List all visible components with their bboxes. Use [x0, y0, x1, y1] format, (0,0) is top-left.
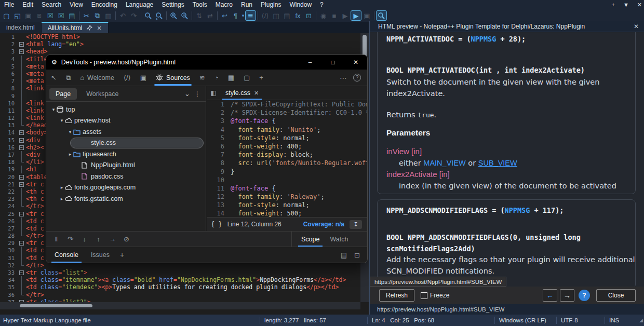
- sync-vertical-scroll-button[interactable]: ⇅: [194, 10, 205, 21]
- expander-icon[interactable]: ▾: [59, 118, 65, 123]
- css-line-10[interactable]: 10: [207, 176, 367, 184]
- tab-style-css[interactable]: style.css ✕: [220, 86, 264, 100]
- deactivate-breakpoints-icon[interactable]: ⊘: [119, 235, 133, 243]
- css-code-area[interactable]: 1/* SPDX-FileCopyrightText: Public Domai…: [207, 100, 367, 217]
- tab-console-panel[interactable]: ▣: [136, 70, 151, 86]
- expander-icon[interactable]: ▾: [67, 129, 73, 134]
- zoom-in-button[interactable]: [168, 10, 179, 21]
- fold-toggle[interactable]: −: [18, 239, 26, 247]
- more-tabs-button[interactable]: +: [254, 70, 268, 86]
- drawer-tab-issues[interactable]: Issues: [85, 247, 116, 263]
- tree-item-fonts-googleapis-com[interactable]: ▸fonts.googleapis.com: [46, 182, 206, 194]
- css-line-6[interactable]: 6 font-weight: 400;: [207, 142, 367, 151]
- tree-item-assets[interactable]: ▾assets: [46, 126, 206, 138]
- inspect-icon[interactable]: ↖: [46, 70, 61, 86]
- forward-button[interactable]: →: [560, 289, 574, 302]
- paste-button[interactable]: ▥: [103, 10, 114, 21]
- editor-line-1[interactable]: 1<!DOCTYPE html>: [0, 33, 369, 40]
- navigator-tab-workspace[interactable]: Workspace: [80, 88, 125, 100]
- fold-toggle[interactable]: −: [18, 210, 26, 218]
- download-icon[interactable]: ↧: [350, 220, 362, 229]
- back-button[interactable]: ←: [543, 289, 557, 302]
- drawer-tab-console[interactable]: Console: [48, 247, 85, 263]
- fold-toggle[interactable]: −: [18, 181, 26, 188]
- preview-panel-header[interactable]: HTML preview - Notepad++ Plugin Template…: [370, 21, 644, 32]
- css-line-12[interactable]: 12 font-family: 'Raleway';: [207, 193, 367, 201]
- step-icon[interactable]: →: [105, 235, 119, 243]
- css-line-2[interactable]: 2/* SPDX-License-Identifier: CC0-1.0 */: [207, 108, 367, 117]
- expander-icon[interactable]: ▸: [67, 152, 73, 157]
- window-list-button[interactable]: ▼: [623, 2, 629, 8]
- close-icon[interactable]: ✕: [634, 23, 639, 30]
- fold-toggle[interactable]: −: [18, 269, 26, 276]
- fold-toggle[interactable]: −: [18, 298, 26, 302]
- menu-item-encoding[interactable]: Encoding: [87, 1, 122, 8]
- zoom-out-button[interactable]: [179, 10, 190, 21]
- doc-link[interactable]: MAIN_VIEW: [423, 159, 465, 167]
- tree-item-nppplugin-html[interactable]: NppPlugin.html: [46, 160, 206, 171]
- document-list-button[interactable]: ▤: [281, 10, 292, 21]
- editor-line-35[interactable]: 35<td class="itemdesc"><p>Types and util…: [0, 283, 369, 291]
- fold-toggle[interactable]: −: [18, 173, 26, 181]
- cut-button[interactable]: ✂: [81, 10, 92, 21]
- new-file-button[interactable]: ▢: [1, 10, 12, 21]
- menu-item-macro[interactable]: Macro: [211, 1, 237, 8]
- tree-item-preview-host[interactable]: ▾preview.host: [46, 115, 206, 127]
- panel-tab-scope[interactable]: Scope: [296, 232, 325, 247]
- indent-guide-button[interactable]: ≣: [245, 10, 256, 21]
- insert-mode-status[interactable]: INS: [605, 317, 625, 323]
- devtools-maximize-button[interactable]: □: [321, 59, 344, 66]
- word-wrap-button[interactable]: ↩: [219, 10, 230, 21]
- playback-macro-button[interactable]: ▶: [340, 10, 351, 21]
- undo-button[interactable]: ↶: [117, 10, 128, 21]
- fold-toggle[interactable]: −: [18, 48, 26, 55]
- help-button[interactable]: ?: [579, 290, 590, 301]
- run-macro-multiple-button[interactable]: ▶: [351, 10, 361, 21]
- html-preview-webview[interactable]: NPPM_ACTIVATEDOC = (NPPMSG + 28);BOOL NP…: [370, 32, 644, 287]
- copy-button[interactable]: ⧉: [92, 10, 103, 21]
- function-list-button[interactable]: fx: [292, 10, 303, 21]
- scrollbar-thumb[interactable]: [20, 304, 92, 307]
- more-options-icon[interactable]: ⋯: [337, 74, 350, 82]
- view-symbol-button[interactable]: ⟨/⟩: [260, 10, 271, 21]
- kebab-menu-icon[interactable]: ⋮: [190, 90, 206, 98]
- close-document-button[interactable]: ☒: [45, 10, 56, 21]
- add-drawer-tab-button[interactable]: +: [116, 251, 128, 259]
- redo-button[interactable]: ↷: [128, 10, 139, 21]
- editor-horizontal-scrollbar[interactable]: [0, 302, 360, 309]
- record-macro-button[interactable]: ◉: [318, 10, 329, 21]
- tab-sources[interactable]: Sources: [151, 70, 195, 86]
- freeze-checkbox-wrap[interactable]: Freeze: [421, 292, 449, 299]
- step-into-icon[interactable]: ↓: [77, 235, 91, 243]
- replace-button[interactable]: [154, 10, 165, 21]
- help-icon[interactable]: ?: [353, 74, 361, 82]
- tree-item-tipuesearch[interactable]: ▸tipuesearch: [46, 148, 206, 160]
- fold-toggle[interactable]: −: [18, 137, 26, 144]
- stop-recording-button[interactable]: ■: [329, 10, 340, 21]
- menu-item-file[interactable]: File: [0, 1, 18, 8]
- devtools-minimize-button[interactable]: –: [299, 59, 321, 66]
- resize-grip[interactable]: ◢: [639, 318, 643, 323]
- menu-item-search[interactable]: Search: [37, 1, 65, 8]
- tab-index-html[interactable]: index.html: [0, 22, 42, 33]
- css-line-3[interactable]: 3@font-face {: [207, 117, 367, 125]
- menu-item-language[interactable]: Language: [122, 1, 157, 8]
- eol-format-status[interactable]: Windows (CR LF): [495, 317, 556, 323]
- document-map-button[interactable]: ◫: [271, 10, 281, 21]
- expander-icon[interactable]: ▾: [50, 107, 57, 112]
- devtools-title-bar[interactable]: ⚙ DevTools - preview.host/NppPlugin.html…: [46, 55, 367, 70]
- expander-icon[interactable]: ▸: [59, 185, 65, 190]
- tab-application[interactable]: ▢: [239, 70, 254, 86]
- css-line-7[interactable]: 7 font-display: block;: [207, 151, 367, 159]
- tab-welcome[interactable]: ⌂Welcome: [75, 70, 119, 86]
- expand-drawer-icon[interactable]: ⊡: [354, 251, 360, 259]
- tab-elements[interactable]: ⟨/⟩: [119, 70, 136, 86]
- open-file-button[interactable]: ◱: [12, 10, 23, 21]
- devtools-close-button[interactable]: ✕: [344, 59, 367, 66]
- css-line-11[interactable]: 11@font-face {: [207, 184, 367, 193]
- pause-icon[interactable]: ‖: [49, 235, 63, 243]
- step-out-icon[interactable]: ↑: [91, 235, 105, 243]
- doc-link[interactable]: SUB_VIEW: [478, 159, 517, 167]
- editor-line-2[interactable]: 2−<html lang="en">: [0, 40, 369, 48]
- editor-line-33[interactable]: 33−<tr class="list">: [0, 269, 369, 276]
